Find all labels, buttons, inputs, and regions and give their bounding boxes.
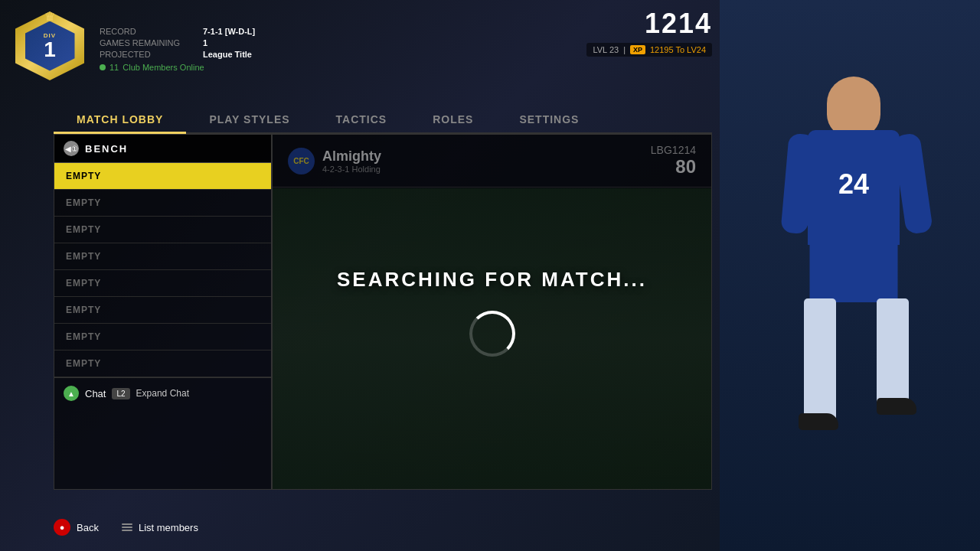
- loading-spinner: [469, 311, 515, 357]
- tab-settings[interactable]: SETTINGS: [496, 107, 602, 134]
- list-line-1: [122, 523, 132, 525]
- back-label: Back: [77, 522, 99, 533]
- tab-roles[interactable]: ROLES: [410, 107, 496, 134]
- player-shorts: [810, 241, 898, 302]
- back-button[interactable]: ● Back: [54, 519, 99, 536]
- list-members-button[interactable]: List members: [122, 522, 198, 533]
- record-row: RECORD 7-1-1 [W-D-L]: [100, 27, 255, 36]
- searching-overlay: SEARCHING FOR MATCH...: [273, 135, 711, 489]
- bench-item-4[interactable]: EMPTY: [54, 270, 271, 297]
- list-icon: [122, 523, 132, 531]
- player-score: 1214: [645, 8, 712, 40]
- player-leg-right: [877, 298, 909, 406]
- bench-item-2[interactable]: EMPTY: [54, 217, 271, 243]
- record-label: RECORD: [100, 27, 191, 36]
- main-content: ◀① BENCH EMPTY EMPTY EMPTY EMPTY EMPTY E…: [54, 134, 712, 490]
- list-line-2: [122, 527, 132, 528]
- tab-match-lobby[interactable]: MATCH LOBBY: [54, 107, 186, 134]
- remaining-row: GAMES REMAINING 1: [100, 38, 255, 47]
- badge-outer: ♛ DIV 1: [15, 11, 84, 80]
- bench-item-0[interactable]: EMPTY: [54, 163, 271, 190]
- online-label: Club Members Online: [122, 63, 204, 72]
- list-members-label: List members: [139, 522, 198, 533]
- projected-label: PROJECTED: [100, 50, 191, 59]
- player-area: 24: [720, 0, 980, 551]
- online-count: 11: [109, 63, 119, 72]
- nav-tabs: MATCH LOBBY PLAY STYLES TACTICS ROLES SE…: [54, 107, 712, 134]
- back-icon: ●: [54, 519, 70, 536]
- division-badge: ♛ DIV 1: [15, 11, 84, 80]
- top-hud-right: 1214 LVL 23 | XP 12195 To LV24: [586, 8, 712, 57]
- bench-item-5[interactable]: EMPTY: [54, 297, 271, 324]
- bench-item-3[interactable]: EMPTY: [54, 243, 271, 270]
- player-leg-left: [804, 298, 836, 421]
- bench-item-7[interactable]: EMPTY: [54, 350, 271, 377]
- badge-inner: DIV 1: [25, 21, 75, 71]
- expand-label: Expand Chat: [136, 388, 189, 399]
- chat-icon: ▲: [64, 386, 79, 401]
- match-area: CFC Almighty 4-2-3-1 Holding LBG1214 80 …: [272, 134, 712, 490]
- player-figure: 24: [727, 38, 980, 543]
- bench-nav-icon: ◀①: [64, 141, 79, 156]
- player-shoe-left: [799, 413, 838, 430]
- expand-key: L2: [112, 388, 129, 399]
- chat-bar: ▲ Chat L2 Expand Chat: [54, 377, 271, 409]
- player-torso: 24: [808, 130, 900, 245]
- remaining-label: GAMES REMAINING: [100, 38, 191, 47]
- remaining-value: 1: [203, 38, 207, 47]
- record-value: 7-1-1 [W-D-L]: [203, 27, 255, 36]
- player-shoe-right: [877, 398, 916, 415]
- level-text: LVL 23: [593, 45, 619, 54]
- bench-panel: ◀① BENCH EMPTY EMPTY EMPTY EMPTY EMPTY E…: [54, 134, 272, 490]
- bottom-controls: ● Back List members: [54, 519, 712, 536]
- bench-item-1[interactable]: EMPTY: [54, 190, 271, 217]
- separator: |: [623, 45, 626, 54]
- projected-value: League Title: [203, 50, 252, 59]
- xp-icon: XP: [630, 45, 645, 54]
- tab-tactics[interactable]: TACTICS: [313, 107, 410, 134]
- bench-item-6[interactable]: EMPTY: [54, 324, 271, 350]
- chat-label: Chat: [85, 388, 106, 399]
- player-head: [827, 77, 880, 138]
- list-line-3: [122, 530, 132, 531]
- online-dot-icon: [100, 64, 106, 70]
- level-bar: LVL 23 | XP 12195 To LV24: [586, 43, 712, 57]
- bench-header: ◀① BENCH: [54, 135, 271, 163]
- projected-row: PROJECTED League Title: [100, 50, 255, 59]
- tab-play-styles[interactable]: PLAY STYLES: [186, 107, 312, 134]
- online-status: 11 Club Members Online: [100, 63, 255, 72]
- list-lines-icon: [122, 523, 132, 531]
- div-number: 1: [44, 39, 56, 60]
- bench-list: EMPTY EMPTY EMPTY EMPTY EMPTY EMPTY EMPT…: [54, 163, 271, 377]
- hud-stats: RECORD 7-1-1 [W-D-L] GAMES REMAINING 1 P…: [100, 11, 255, 72]
- searching-text: SEARCHING FOR MATCH...: [337, 268, 647, 292]
- xp-value: 12195 To LV24: [650, 45, 706, 54]
- bench-title: BENCH: [85, 143, 128, 155]
- player-body: 24: [769, 69, 938, 513]
- jersey-number: 24: [838, 168, 869, 201]
